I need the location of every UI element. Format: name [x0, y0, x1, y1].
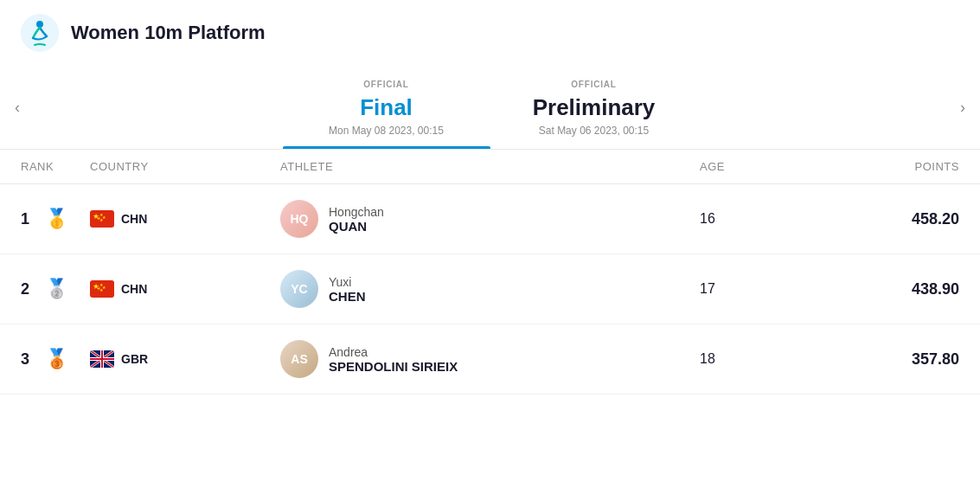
- rank-cell-1: 1 🥇: [21, 208, 90, 230]
- athlete-cell-3: AS Andrea SPENDOLINI SIRIEIX: [280, 340, 700, 378]
- athlete-cell-2: YC Yuxi CHEN: [280, 270, 700, 308]
- avatar-2: YC: [280, 270, 318, 308]
- svg-point-0: [21, 14, 59, 52]
- next-tab-arrow[interactable]: ›: [945, 73, 980, 142]
- medal-1: 🥇: [45, 208, 68, 230]
- athlete-first-2: Yuxi: [329, 275, 366, 289]
- flag-3: [90, 350, 114, 368]
- tab-preliminary[interactable]: OFFICIAL Preliminary Sat May 06 2023, 00…: [490, 66, 698, 149]
- country-code-2: CHN: [121, 282, 147, 296]
- country-code-3: GBR: [121, 352, 148, 366]
- table-row: 2 🥈 ★ ★ ★ ★ ★ CHN YC Yuxi CHE: [0, 254, 980, 324]
- medal-3: 🥉: [45, 348, 68, 370]
- points-cell-3: 357.80: [821, 350, 959, 369]
- rank-cell-2: 2 🥈: [21, 278, 90, 300]
- tab-final-badge: OFFICIAL: [363, 80, 409, 89]
- header: Women 10m Platform: [0, 0, 980, 66]
- flag-1: ★ ★ ★ ★ ★: [90, 210, 114, 228]
- athlete-first-3: Andrea: [329, 345, 458, 359]
- tab-final[interactable]: OFFICIAL Final Mon May 08 2023, 00:15: [283, 66, 490, 149]
- points-cell-2: 438.90: [821, 280, 959, 298]
- tab-final-date: Mon May 08 2023, 00:15: [329, 125, 444, 137]
- points-cell-1: 458.20: [821, 210, 959, 228]
- athlete-names-1: Hongchan QUAN: [329, 205, 384, 234]
- rank-number-3: 3: [21, 350, 38, 369]
- page-title: Women 10m Platform: [71, 22, 266, 44]
- age-cell-2: 17: [700, 281, 821, 297]
- age-cell-3: 18: [700, 351, 821, 367]
- tab-preliminary-badge: OFFICIAL: [571, 80, 617, 89]
- avatar-placeholder-2: YC: [280, 270, 318, 308]
- rank-cell-3: 3 🥉: [21, 348, 90, 370]
- avatar-3: AS: [280, 340, 318, 378]
- country-cell-1: ★ ★ ★ ★ ★ CHN: [90, 210, 280, 228]
- athlete-first-1: Hongchan: [329, 205, 384, 219]
- prev-tab-arrow[interactable]: ‹: [0, 73, 35, 142]
- athlete-cell-1: HQ Hongchan QUAN: [280, 200, 700, 238]
- country-code-1: CHN: [121, 212, 147, 226]
- athlete-names-2: Yuxi CHEN: [329, 275, 366, 304]
- app-logo: [21, 14, 59, 52]
- tab-preliminary-name: Preliminary: [533, 94, 656, 121]
- col-rank-header: Rank: [21, 160, 90, 173]
- table-body: 1 🥇 ★ ★ ★ ★ ★ CHN HQ Hongchan: [0, 184, 980, 395]
- avatar-1: HQ: [280, 200, 318, 238]
- medal-2: 🥈: [45, 278, 68, 300]
- flag-2: ★ ★ ★ ★ ★: [90, 280, 114, 298]
- tabs-container: OFFICIAL Final Mon May 08 2023, 00:15 OF…: [35, 66, 945, 149]
- col-country-header: Country: [90, 160, 280, 173]
- rank-number-2: 2: [21, 280, 38, 298]
- avatar-placeholder-1: HQ: [280, 200, 318, 238]
- table-row: 3 🥉 GBR AS: [0, 324, 980, 395]
- tab-preliminary-date: Sat May 06 2023, 00:15: [539, 125, 649, 137]
- rank-number-1: 1: [21, 210, 38, 228]
- table-header: Rank Country Athlete Age Points: [0, 150, 980, 184]
- age-cell-1: 16: [700, 211, 821, 227]
- tab-final-name: Final: [360, 94, 413, 121]
- athlete-names-3: Andrea SPENDOLINI SIRIEIX: [329, 345, 458, 374]
- athlete-last-3: SPENDOLINI SIRIEIX: [329, 359, 458, 374]
- tab-final-underline: [283, 146, 490, 149]
- country-cell-3: GBR: [90, 350, 280, 368]
- col-age-header: Age: [700, 160, 821, 173]
- tabs-wrapper: ‹ OFFICIAL Final Mon May 08 2023, 00:15 …: [0, 66, 980, 150]
- country-cell-2: ★ ★ ★ ★ ★ CHN: [90, 280, 280, 298]
- athlete-last-1: QUAN: [329, 219, 384, 234]
- col-athlete-header: Athlete: [280, 160, 700, 173]
- athlete-last-2: CHEN: [329, 289, 366, 304]
- avatar-placeholder-3: AS: [280, 340, 318, 378]
- table-row: 1 🥇 ★ ★ ★ ★ ★ CHN HQ Hongchan: [0, 184, 980, 254]
- svg-rect-22: [90, 358, 114, 360]
- tab-preliminary-underline: [490, 146, 698, 149]
- col-points-header: Points: [821, 160, 959, 173]
